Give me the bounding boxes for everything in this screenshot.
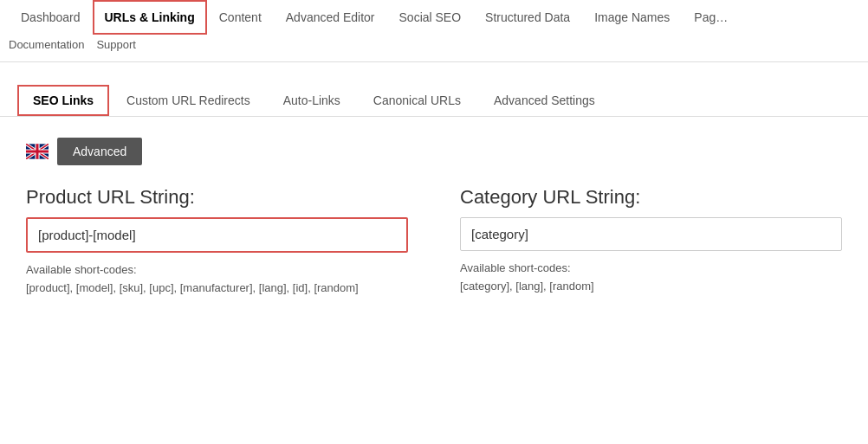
- tab-custom-url-redirects[interactable]: Custom URL Redirects: [111, 85, 266, 116]
- nav-documentation[interactable]: Documentation: [9, 35, 96, 58]
- category-url-section: Category URL String: Available short-cod…: [460, 186, 842, 298]
- nav-content[interactable]: Content: [207, 0, 274, 35]
- nav-advanced-editor[interactable]: Advanced Editor: [274, 0, 387, 35]
- product-url-label: Product URL String:: [26, 186, 408, 209]
- nav-social-seo[interactable]: Social SEO: [387, 0, 474, 35]
- product-shortcodes-label: Available short-codes:: [26, 263, 137, 276]
- nav-structured-data[interactable]: Structured Data: [473, 0, 582, 35]
- tab-seo-links[interactable]: SEO Links: [17, 85, 109, 116]
- nav-dashboard[interactable]: Dashboard: [9, 0, 93, 35]
- product-url-input[interactable]: [26, 217, 408, 253]
- nav-image-names[interactable]: Image Names: [582, 0, 682, 35]
- category-url-label: Category URL String:: [460, 186, 842, 209]
- category-url-input[interactable]: [460, 217, 842, 251]
- nav-pag[interactable]: Pag…: [682, 0, 740, 35]
- tab-auto-links[interactable]: Auto-Links: [268, 85, 356, 116]
- product-shortcodes-values: [product], [model], [sku], [upc], [manuf…: [26, 281, 359, 294]
- tab-advanced-settings[interactable]: Advanced Settings: [478, 85, 611, 116]
- tab-canonical-urls[interactable]: Canonical URLs: [358, 85, 476, 116]
- nav-urls-linking[interactable]: URLs & Linking: [93, 0, 207, 35]
- advanced-button[interactable]: Advanced: [57, 138, 142, 165]
- category-url-shortcodes: Available short-codes: [category], [lang…: [460, 260, 842, 296]
- nav-support[interactable]: Support: [96, 35, 148, 58]
- product-url-shortcodes: Available short-codes: [product], [model…: [26, 261, 408, 298]
- product-url-section: Product URL String: Available short-code…: [26, 186, 408, 298]
- flag-icon: [26, 144, 49, 159]
- category-shortcodes-values: [category], [lang], [random]: [460, 280, 594, 293]
- category-shortcodes-label: Available short-codes:: [460, 261, 571, 274]
